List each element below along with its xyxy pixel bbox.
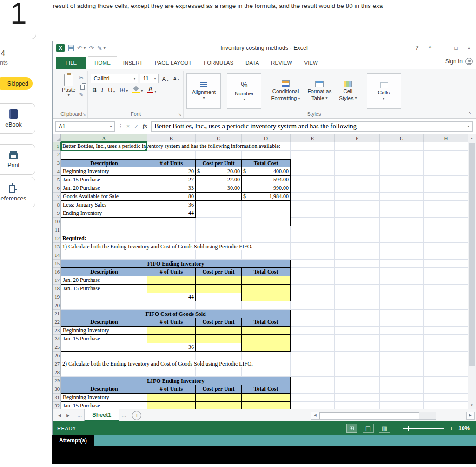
cell-C12[interactable]: [196, 234, 242, 243]
cell-G31[interactable]: [380, 394, 424, 402]
sheet-ellipsis-left[interactable]: ...: [75, 409, 84, 421]
row-header-31[interactable]: 31: [53, 394, 61, 402]
grow-font-button[interactable]: A▴: [160, 75, 170, 83]
cell-H15[interactable]: [424, 260, 468, 268]
cell-C10[interactable]: [196, 218, 242, 226]
cell-B23[interactable]: [147, 327, 196, 335]
cell-A18[interactable]: Jan. 15 Purchase: [61, 285, 147, 293]
cell-H4[interactable]: [424, 167, 468, 176]
cell-F32[interactable]: [335, 402, 380, 409]
cell-A5[interactable]: Jan. 15 Purchase: [61, 176, 147, 184]
normal-view-button[interactable]: ⊞: [346, 424, 357, 433]
cell-B6[interactable]: 33: [147, 184, 196, 193]
cell-A14[interactable]: [61, 251, 147, 260]
cell-F10[interactable]: [335, 218, 380, 226]
cell-G16[interactable]: [380, 268, 424, 276]
cell-D24[interactable]: [242, 335, 291, 343]
cell-A1[interactable]: Better Bottles, Inc., uses a periodic in…: [61, 142, 147, 151]
cell-F2[interactable]: [335, 151, 380, 159]
cell-D17[interactable]: [242, 276, 291, 285]
dialog-launcher-icon[interactable]: ↘: [178, 113, 182, 117]
cell-A25[interactable]: [61, 343, 147, 352]
cell-F26[interactable]: [335, 352, 380, 360]
cell-G29[interactable]: [380, 377, 424, 385]
cell-H30[interactable]: [424, 385, 468, 394]
cell-E5[interactable]: [291, 176, 335, 184]
cell-E26[interactable]: [291, 352, 335, 360]
collapse-ribbon-button[interactable]: ^: [469, 112, 471, 117]
row-header-22[interactable]: 22: [53, 318, 61, 327]
enter-button[interactable]: ✓: [134, 123, 139, 130]
cell-C7[interactable]: [196, 193, 242, 201]
cell-E11[interactable]: [291, 226, 335, 234]
cell-A6[interactable]: Jan. 20 Purchase: [61, 184, 147, 193]
cell-B8[interactable]: 36: [147, 201, 196, 209]
row-header-14[interactable]: 14: [53, 251, 61, 260]
cell-B11[interactable]: [147, 226, 196, 234]
cell-F8[interactable]: [335, 201, 380, 209]
cell-E12[interactable]: [291, 234, 335, 243]
row-header-28[interactable]: 28: [53, 368, 61, 377]
dialog-launcher-icon[interactable]: ↘: [83, 113, 86, 117]
row-header-8[interactable]: 8: [53, 201, 61, 209]
cell-C14[interactable]: [196, 251, 242, 260]
page-layout-view-button[interactable]: ▤: [363, 424, 374, 433]
horizontal-scroll-track[interactable]: [319, 412, 436, 420]
cell-C8[interactable]: [196, 201, 242, 209]
cell-G28[interactable]: [380, 368, 424, 377]
row-header-7[interactable]: 7: [53, 193, 61, 201]
copy-button[interactable]: [79, 83, 85, 90]
cell-F24[interactable]: [335, 335, 380, 343]
scroll-down-button[interactable]: ▾: [468, 401, 476, 409]
cell-B9[interactable]: 44: [147, 209, 196, 218]
cell-F30[interactable]: [335, 385, 380, 394]
excel-logo-icon[interactable]: X: [56, 44, 65, 52]
cell-A28[interactable]: [61, 368, 147, 377]
cell-G32[interactable]: [380, 402, 424, 409]
cell-D25[interactable]: [242, 343, 291, 352]
save-button[interactable]: [68, 45, 74, 51]
cell-H2[interactable]: [424, 151, 468, 159]
cells-button[interactable]: Cells ▾: [367, 73, 401, 109]
cell-G11[interactable]: [380, 226, 424, 234]
cell-H3[interactable]: [424, 159, 468, 167]
paste-button[interactable]: Paste ▾: [58, 72, 79, 110]
cell-E25[interactable]: [291, 343, 335, 352]
cell-A29[interactable]: LIFO Ending Inventory: [61, 377, 291, 385]
cell-A21[interactable]: FIFO Cost of Goods Sold: [61, 310, 291, 318]
cell-D23[interactable]: [242, 327, 291, 335]
cell-D11[interactable]: [242, 226, 291, 234]
cell-B7[interactable]: 80: [147, 193, 196, 201]
cell-A27[interactable]: 2) Calculate both the Ending Inventory a…: [61, 360, 147, 368]
cell-F12[interactable]: [335, 234, 380, 243]
cell-B16[interactable]: # of Units: [147, 268, 196, 276]
scroll-right-button[interactable]: ▶: [466, 412, 475, 420]
cell-H5[interactable]: [424, 176, 468, 184]
underline-button[interactable]: U▾: [106, 86, 116, 94]
row-header-3[interactable]: 3: [53, 159, 61, 167]
cell-H29[interactable]: [424, 377, 468, 385]
cell-G1[interactable]: [380, 142, 424, 151]
cell-E22[interactable]: [291, 318, 335, 327]
cell-C20[interactable]: [196, 301, 242, 310]
column-header-B[interactable]: B: [147, 134, 196, 142]
cell-E9[interactable]: [291, 209, 335, 218]
tab-insert[interactable]: INSERT: [117, 57, 149, 69]
cell-F19[interactable]: [335, 293, 380, 301]
cell-E6[interactable]: [291, 184, 335, 193]
cell-G22[interactable]: [380, 318, 424, 327]
row-header-21[interactable]: 21: [53, 310, 61, 318]
row-header-13[interactable]: 13: [53, 243, 61, 251]
cell-F28[interactable]: [335, 368, 380, 377]
cell-A30[interactable]: Description: [61, 385, 147, 394]
cell-D4[interactable]: $400.00: [242, 167, 291, 176]
cell-G8[interactable]: [380, 201, 424, 209]
cell-H20[interactable]: [424, 301, 468, 310]
cell-A24[interactable]: Jan. 15 Purchase: [61, 335, 147, 343]
row-header-1[interactable]: 1: [53, 142, 61, 151]
cell-G13[interactable]: [380, 243, 424, 251]
cell-H26[interactable]: [424, 352, 468, 360]
cell-C19[interactable]: [196, 293, 242, 301]
horizontal-scroll-thumb[interactable]: [319, 412, 419, 419]
cell-C24[interactable]: [196, 335, 242, 343]
